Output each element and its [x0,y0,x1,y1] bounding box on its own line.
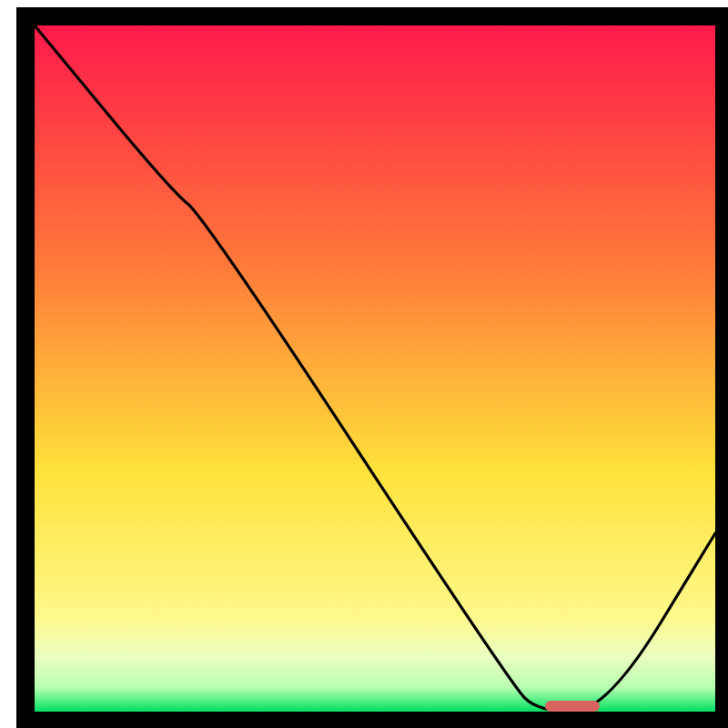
bottleneck-chart [0,0,728,728]
chart-container: TheBottleneck.com [0,0,728,728]
optimum-marker [545,701,600,712]
plot-area [25,16,724,721]
gradient-background [35,25,715,712]
